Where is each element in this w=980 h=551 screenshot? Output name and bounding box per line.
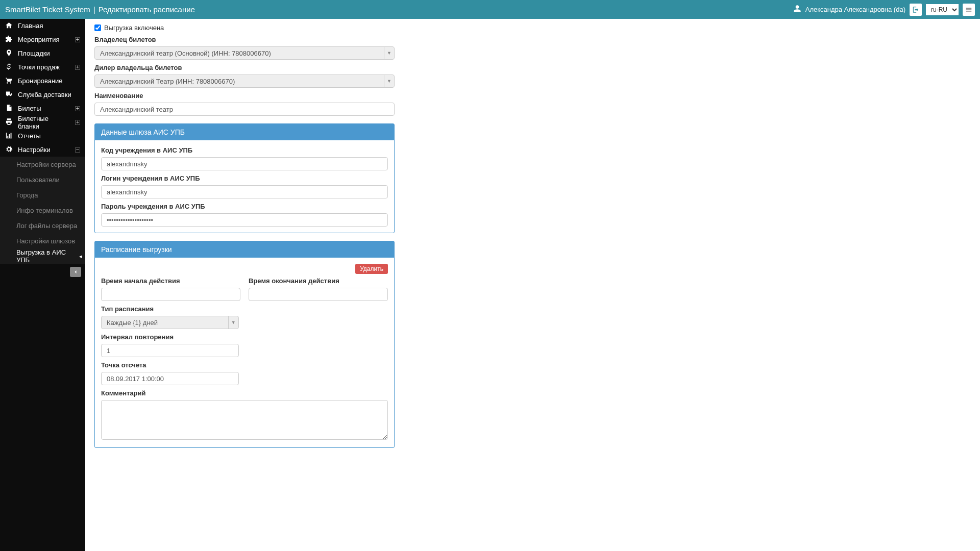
expand-icon: + — [75, 120, 80, 125]
name-label: Наименование — [94, 92, 395, 99]
sidebar-item-file[interactable]: Билеты+ — [0, 102, 85, 115]
sidebar-item-label: Точки продаж — [18, 63, 60, 71]
title-divider: | — [93, 5, 95, 14]
pin-icon — [5, 49, 13, 58]
sidebar-item-cart[interactable]: Бронирование — [0, 74, 85, 88]
type-label: Тип расписания — [101, 305, 388, 313]
user-icon — [793, 5, 801, 14]
sidebar-item-label: Площадки — [18, 49, 50, 57]
sidebar-item-label: Отчеты — [18, 132, 41, 140]
sidebar-item-label: Билеты — [18, 105, 41, 112]
gears-icon — [5, 145, 13, 155]
sidebar-item-label: Главная — [18, 22, 43, 30]
sidebar-subitem[interactable]: Выгрузка в АИС УПБ — [0, 248, 85, 264]
dealer-select[interactable]: Александринский Театр (ИНН: 7808006670) … — [94, 74, 395, 88]
home-icon — [5, 21, 13, 31]
page-title: Редактировать расписание — [99, 5, 195, 14]
gateway-panel: Данные шлюза АИС УПБ Код учреждения в АИ… — [94, 123, 395, 233]
topbar-title-group: SmartBilet Ticket System | Редактировать… — [5, 5, 195, 14]
sidebar-item-label: Бронирование — [18, 77, 63, 85]
locale-select[interactable]: ru-RU — [926, 4, 959, 15]
sidebar-item-truck[interactable]: Служба доставки — [0, 88, 85, 102]
export-enabled-checkbox[interactable] — [94, 24, 101, 31]
sidebar-item-dollar[interactable]: Точки продаж+ — [0, 60, 85, 74]
sidebar-item-pin[interactable]: Площадки — [0, 46, 85, 60]
logout-button[interactable] — [910, 4, 922, 16]
start-label: Время начала действия — [101, 277, 240, 285]
print-icon — [5, 118, 13, 127]
sidebar-item-label: Настройки — [18, 146, 51, 154]
owner-value: Александринский театр (Основной) (ИНН: 7… — [100, 49, 271, 57]
sidebar-item-puzzle[interactable]: Мероприятия+ — [0, 33, 85, 46]
comment-textarea[interactable] — [101, 400, 388, 440]
truck-icon — [5, 90, 13, 99]
menu-button[interactable] — [963, 4, 975, 16]
reference-label: Точка отсчета — [101, 361, 388, 369]
interval-label: Интервал повторения — [101, 333, 388, 341]
gateway-panel-title: Данные шлюза АИС УПБ — [95, 124, 394, 140]
export-enabled-label: Выгрузка включена — [104, 24, 164, 32]
sidebar-item-label: Служба доставки — [18, 91, 71, 98]
user-name: Александра Александровна (da) — [805, 6, 905, 13]
chart-icon — [5, 132, 13, 141]
login-label: Логин учреждения в АИС УПБ — [101, 174, 388, 182]
reference-input[interactable] — [101, 372, 239, 385]
delete-button[interactable]: Удалить — [355, 264, 388, 274]
expand-icon: + — [75, 37, 80, 42]
topbar: SmartBilet Ticket System | Редактировать… — [0, 0, 980, 19]
collapse-icon: − — [75, 147, 80, 153]
sidebar-subitem[interactable]: Настройки шлюзов — [0, 233, 85, 248]
type-value: Каждые {1} дней — [107, 319, 158, 327]
sidebar-subitem[interactable]: Города — [0, 187, 85, 203]
sidebar-subitem[interactable]: Лог файлы сервера — [0, 218, 85, 233]
sidebar-item-gears[interactable]: Настройки− — [0, 143, 85, 157]
sidebar: ГлавнаяМероприятия+ПлощадкиТочки продаж+… — [0, 19, 85, 551]
sidebar-subitem[interactable]: Настройки сервера — [0, 157, 85, 172]
sidebar-item-chart[interactable]: Отчеты — [0, 129, 85, 143]
end-input[interactable] — [249, 288, 388, 301]
password-input[interactable] — [101, 213, 388, 227]
login-input[interactable] — [101, 185, 388, 198]
sidebar-item-home[interactable]: Главная — [0, 19, 85, 33]
chevron-down-icon: ▼ — [384, 47, 394, 59]
owner-label: Владелец билетов — [94, 36, 395, 43]
interval-input[interactable] — [101, 344, 239, 357]
owner-select[interactable]: Александринский театр (Основной) (ИНН: 7… — [94, 46, 395, 60]
code-label: Код учреждения в АИС УПБ — [101, 146, 388, 154]
expand-icon: + — [75, 106, 80, 111]
chevron-down-icon: ▼ — [384, 75, 394, 87]
dealer-value: Александринский Театр (ИНН: 7808006670) — [100, 78, 235, 85]
end-label: Время окончания действия — [249, 277, 388, 285]
topbar-right: Александра Александровна (da) ru-RU — [793, 4, 975, 16]
comment-label: Комментарий — [101, 389, 388, 397]
sidebar-item-label: Мероприятия — [18, 36, 60, 43]
dealer-label: Дилер владельца билетов — [94, 64, 395, 71]
start-input[interactable] — [101, 288, 240, 301]
main-content: Выгрузка включена Владелец билетов Алекс… — [85, 19, 980, 551]
sidebar-subitem[interactable]: Инфо терминалов — [0, 203, 85, 218]
dollar-icon — [5, 63, 13, 72]
sidebar-collapse-button[interactable] — [70, 267, 81, 277]
expand-icon: + — [75, 65, 80, 70]
password-label: Пароль учреждения в АИС УПБ — [101, 203, 388, 210]
cart-icon — [5, 77, 13, 86]
schedule-panel-title: Расписание выгрузки — [95, 241, 394, 258]
chevron-down-icon: ▼ — [228, 316, 238, 329]
name-input[interactable] — [94, 103, 395, 116]
type-select[interactable]: Каждые {1} дней ▼ — [101, 316, 239, 329]
sidebar-subitem[interactable]: Пользователи — [0, 172, 85, 187]
app-title: SmartBilet Ticket System — [5, 5, 90, 14]
code-input[interactable] — [101, 157, 388, 170]
puzzle-icon — [5, 35, 13, 44]
schedule-panel: Расписание выгрузки Удалить Время начала… — [94, 241, 395, 448]
sidebar-item-print[interactable]: Билетные бланки+ — [0, 115, 85, 129]
sidebar-item-label: Билетные бланки — [18, 115, 70, 130]
file-icon — [5, 104, 13, 113]
